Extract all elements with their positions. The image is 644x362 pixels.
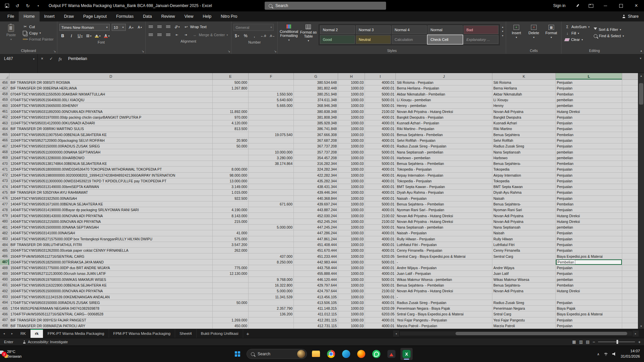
- cell-L483[interactable]: Penjualan: [556, 236, 622, 242]
- cell-I488[interactable]: 4000.01: [365, 265, 396, 271]
- clipboard-dialog-launcher[interactable]: ↘: [53, 50, 56, 53]
- cell-D491[interactable]: 1604/FTSCY/WS9505116322800.00BENUA SEJAH…: [9, 283, 213, 288]
- cell-J498[interactable]: Marzia Patroli - Penjualan: [396, 323, 492, 329]
- cell-H458[interactable]: 1000.03: [338, 92, 365, 97]
- cell-L482[interactable]: Penjualan: [556, 230, 622, 236]
- cell-style-check-cell[interactable]: Check Cell: [428, 35, 463, 44]
- chrome-icon[interactable]: [325, 348, 337, 360]
- decrease-indent-button[interactable]: ⇤: [174, 32, 180, 38]
- cell-J468[interactable]: Nana Septiansah - pembelian: [396, 149, 492, 155]
- start-button[interactable]: [231, 348, 244, 360]
- autosum-button[interactable]: ΣAutoSum▾: [564, 24, 591, 29]
- cell-D479[interactable]: 1404/FTSCY/WS950308143000.00NOVAN ADI PR…: [9, 213, 213, 219]
- file-explorer-icon[interactable]: [310, 348, 322, 360]
- cell-E493[interactable]: [213, 294, 249, 300]
- cell-J481[interactable]: Nana Septiansah - pembelian: [396, 225, 492, 230]
- cell-H488[interactable]: 1000.03: [338, 265, 365, 271]
- cell-I465[interactable]: 5000.01: [365, 132, 396, 138]
- v-scroll-thumb[interactable]: [639, 83, 643, 105]
- cell-F458[interactable]: 1.550.500: [249, 92, 294, 97]
- row-header-496[interactable]: 496: [0, 311, 9, 317]
- cell-I456[interactable]: 4000.01: [365, 80, 396, 85]
- cell-I467[interactable]: 4000.01: [365, 143, 396, 149]
- cell-K462[interactable]: Bangkit Dwoputra: [492, 115, 556, 120]
- cell-E456[interactable]: 500.000: [213, 80, 249, 85]
- cell-G479[interactable]: 452.030.244: [294, 213, 338, 219]
- cell-I471[interactable]: 4000.01: [365, 167, 396, 172]
- cell-L489[interactable]: Penjualan: [556, 271, 622, 277]
- maximize-button[interactable]: [613, 0, 629, 11]
- cell-I477[interactable]: 5000.01: [365, 201, 396, 207]
- cell-I472[interactable]: 4000.01: [365, 173, 396, 178]
- cell-J497[interactable]: Yesi Fajar Pangestu - Penjualan: [396, 317, 492, 323]
- cell-stub-474[interactable]: [622, 184, 638, 190]
- cell-J466[interactable]: Selvi Rofifah - Penjualan: [396, 138, 492, 143]
- cell-J473[interactable]: Tokopedia - Penjualan: [396, 178, 492, 184]
- cell-G487[interactable]: 442.983.444: [294, 259, 338, 265]
- cell-I496[interactable]: 6203.05: [365, 311, 396, 317]
- cell-G484[interactable]: 451.408.444: [294, 242, 338, 248]
- cell-L467[interactable]: Penjualan: [556, 143, 622, 149]
- row-header-460[interactable]: 460: [0, 103, 9, 109]
- cell-stub-488[interactable]: [622, 265, 638, 271]
- cell-F477[interactable]: 671.600: [249, 201, 294, 207]
- cell-H485[interactable]: 1000.03: [338, 248, 365, 253]
- cell-G494[interactable]: 413.506.105: [294, 300, 338, 306]
- formula-input[interactable]: Pembelian: [65, 54, 644, 73]
- share-button[interactable]: Share: [622, 11, 639, 21]
- cell-D467[interactable]: 1204/FTSCY/WS9503150000.00RADIUS ZUSAK S…: [9, 143, 213, 149]
- cell-D474[interactable]: 1404/FTSCY/WS950313149000.00bmtSEPTA KAR…: [9, 184, 213, 190]
- cell-G477[interactable]: 439.697.244: [294, 201, 338, 207]
- cell-G482[interactable]: 447.286.244: [294, 230, 338, 236]
- name-box[interactable]: L487 ▾: [0, 54, 38, 73]
- cell-E467[interactable]: 50.000: [213, 143, 249, 149]
- cell-G466[interactable]: 367.687.208: [294, 138, 338, 143]
- cell-L498[interactable]: Penjualan: [556, 323, 622, 329]
- cell-J462[interactable]: Bangkit Dwoputra - Penjualan: [396, 115, 492, 120]
- cell-D497[interactable]: BIF TRANSFER DR 009YESI FAJAR PANGEST: [9, 317, 213, 323]
- cell-style-calculation[interactable]: Calculation: [392, 35, 427, 44]
- cell-E475[interactable]: 1.015.000: [213, 190, 249, 195]
- cell-G486[interactable]: 451.233.444: [294, 253, 338, 259]
- cell-stub-457[interactable]: [622, 85, 638, 91]
- comma-style-button[interactable]: ,: [251, 33, 258, 39]
- cell-D470[interactable]: 1204/FTSCY/WS9505138174864.00BENUA SEJAH…: [9, 161, 213, 167]
- cell-J470[interactable]: Benua Sejahtera- - Pembelian: [396, 161, 492, 167]
- cell-F457[interactable]: [249, 85, 294, 91]
- gallery-up-button[interactable]: ▴: [502, 25, 503, 28]
- cell-H491[interactable]: 1000.03: [338, 283, 365, 288]
- cell-J459[interactable]: Li Xiouqu - pembelian: [396, 97, 492, 103]
- cell-G472[interactable]: 422.282.344: [294, 173, 338, 178]
- cell-G488[interactable]: 443.758.444: [294, 265, 338, 271]
- cell-J471[interactable]: Tokopedia - Penjualan: [396, 167, 492, 172]
- align-right-button[interactable]: [165, 32, 172, 38]
- cell-L469[interactable]: pembelian: [556, 155, 622, 161]
- cell-F491[interactable]: 16.322.800: [249, 283, 294, 288]
- column-header-I[interactable]: I: [365, 73, 396, 80]
- cell-stub-478[interactable]: [622, 207, 638, 213]
- cell-F464[interactable]: [249, 126, 294, 132]
- cell-F480[interactable]: [249, 219, 294, 225]
- cell-I497[interactable]: 4000.01: [365, 317, 396, 323]
- font-size-select[interactable]: 10▾: [112, 24, 126, 31]
- column-header-H[interactable]: H: [338, 73, 365, 80]
- name-box-dropdown[interactable]: ▾: [33, 56, 35, 61]
- cell-H472[interactable]: 1000.03: [338, 173, 365, 178]
- cell-D493[interactable]: 1604/FTSCY/WS9505111341539.00KEMENANGAN …: [9, 294, 213, 300]
- cell-D476[interactable]: 1204/FTSCY/WS95031922500.00NAISAH: [9, 196, 213, 201]
- cell-L463[interactable]: Penjualan: [556, 120, 622, 126]
- cell-H462[interactable]: 1000.03: [338, 115, 365, 120]
- italic-button[interactable]: I: [68, 33, 75, 39]
- cell-K469[interactable]: Harbowo: [492, 155, 556, 161]
- cell-F466[interactable]: [249, 138, 294, 143]
- cell-E468[interactable]: [213, 149, 249, 155]
- cell-I490[interactable]: 5000.01: [365, 277, 396, 283]
- clear-button[interactable]: Clear▾: [564, 37, 591, 42]
- cell-F456[interactable]: [249, 80, 294, 85]
- formula-bar-expand-button[interactable]: ▾: [640, 57, 641, 60]
- cell-H497[interactable]: 1000.03: [338, 317, 365, 323]
- row-header-480[interactable]: 480: [0, 219, 9, 225]
- underline-button[interactable]: U▾: [77, 33, 84, 39]
- cell-I460[interactable]: 5000.01: [365, 103, 396, 109]
- cell-E482[interactable]: 41.000: [213, 230, 249, 236]
